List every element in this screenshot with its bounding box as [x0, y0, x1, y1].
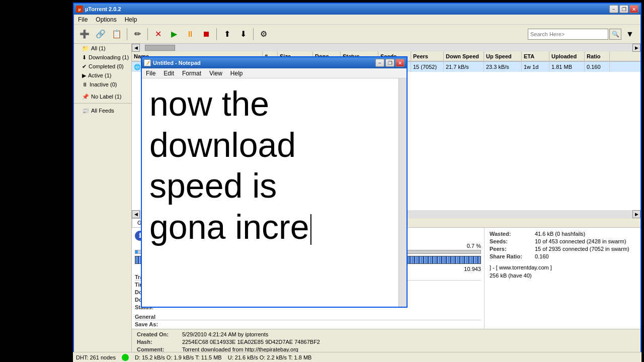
- notepad-window: 📝 Untitled - Notepad − ❐ ✕ File Edit For…: [141, 56, 408, 308]
- notepad-text-area[interactable]: now the download speed is gona incre: [142, 78, 407, 252]
- torrent-cell-up: 23.3 kB/s: [484, 62, 522, 72]
- sidebar-label-inactive: Inactive (0): [90, 81, 117, 87]
- search-input[interactable]: [528, 29, 608, 40]
- connection-indicator: [122, 354, 129, 361]
- sidebar-label-nolabel: No Label (1): [91, 94, 122, 100]
- notepad-restore-button[interactable]: ❐: [385, 59, 394, 67]
- seeds-value: 10 of 453 connected (2428 in swarm): [535, 238, 626, 244]
- hscroll-left[interactable]: ◀: [132, 210, 140, 218]
- sidebar: 📁 All (1) ⬇ Downloading (1) ✔ Completed …: [74, 44, 132, 356]
- hash-value: 2254EC68 0E14933E 1EA02E85 9D42D7AE 7486…: [182, 339, 320, 345]
- allfeeds-icon: 📰: [82, 108, 89, 114]
- wasted-value: 41.6 kB (0 hashfails): [535, 231, 585, 237]
- completed-icon: ✔: [82, 63, 87, 70]
- add-url-button[interactable]: 🔗: [93, 27, 108, 42]
- col-header-peers[interactable]: Peers: [411, 52, 444, 61]
- minimize-button[interactable]: −: [609, 5, 618, 13]
- inactive-icon: ⏸: [82, 81, 88, 87]
- torrent-cell-uploaded: 1.81 MB: [549, 62, 585, 72]
- restore-button[interactable]: ❐: [619, 5, 628, 13]
- create-torrent-button[interactable]: 📋: [109, 27, 124, 42]
- detail-row-seeds: Seeds: 10 of 453 connected (2428 in swar…: [490, 238, 635, 244]
- peers-value: 15 of 2935 connected (7052 in swarm): [535, 246, 629, 252]
- notepad-menu-format[interactable]: Format: [180, 69, 203, 77]
- notepad-line-1: now the: [149, 83, 399, 125]
- notepad-line-3: speed is: [149, 165, 399, 207]
- toolbar-separator-1: [127, 28, 127, 40]
- torrent-status-icon: 🌐: [134, 64, 141, 70]
- down-priority-button[interactable]: ⬇: [235, 27, 251, 42]
- search-options-button[interactable]: ▼: [622, 27, 637, 42]
- notepad-close-button[interactable]: ✕: [395, 59, 405, 67]
- detail-row-saveas: Save As:: [135, 321, 481, 327]
- col-header-eta[interactable]: ETA: [522, 52, 549, 61]
- shareratio-label: Share Ratio:: [490, 253, 535, 259]
- notepad-title-buttons: − ❐ ✕: [375, 59, 405, 67]
- notepad-title-left: 📝 Untitled - Notepad: [144, 59, 201, 66]
- notepad-title-bar: 📝 Untitled - Notepad − ❐ ✕: [142, 57, 407, 68]
- stop-button[interactable]: ⏹: [199, 27, 214, 42]
- notepad-title-text: Untitled - Notepad: [153, 60, 201, 66]
- toolbar-separator-2: [147, 28, 148, 40]
- status-bar: DHT: 261 nodes D: 15.2 kB/s O: 1.9 kB/s …: [73, 352, 641, 362]
- rss-button[interactable]: ⚙: [256, 27, 271, 42]
- menu-file[interactable]: File: [76, 16, 90, 24]
- sidebar-item-nolabel[interactable]: 📌 No Label (1): [74, 92, 131, 101]
- torrent-cell-eta: 1w 1d: [522, 62, 549, 72]
- col-header-up[interactable]: Up Speed: [484, 52, 522, 61]
- close-button[interactable]: ✕: [629, 5, 638, 13]
- created-on-row: Created On: 5/29/2010 4:21:24 AM by ipto…: [137, 331, 635, 337]
- toolbar-separator-3: [216, 28, 217, 40]
- shareratio-value: 0.160: [535, 253, 549, 259]
- download-status: D: 15.2 kB/s O: 1.9 kB/s T: 11.5 MB: [135, 354, 222, 360]
- notepad-menu-view[interactable]: View: [207, 69, 224, 77]
- add-torrent-button[interactable]: ➕: [77, 27, 92, 42]
- scroll-left-arrow[interactable]: ◀: [132, 44, 140, 52]
- torrent-cell-ratio: 0.160: [585, 62, 610, 72]
- start-button[interactable]: ▶: [167, 27, 182, 42]
- col-header-down[interactable]: Down Speed: [444, 52, 484, 61]
- progress-bar-inner: [135, 250, 138, 253]
- notepad-menu-edit[interactable]: Edit: [162, 69, 176, 77]
- h-scroll-thumb: [145, 45, 175, 51]
- torrent-cell-down: 21.7 kB/s: [444, 62, 484, 72]
- menu-help[interactable]: Help: [123, 16, 139, 24]
- sidebar-item-all[interactable]: 📁 All (1): [74, 44, 131, 53]
- progress-percent: 0.7 %: [467, 243, 481, 249]
- up-priority-button[interactable]: ⬆: [219, 27, 234, 42]
- notepad-line-4: gona incre: [149, 207, 399, 248]
- notepad-menu-file[interactable]: File: [144, 69, 157, 77]
- downloading-icon: ⬇: [82, 54, 87, 61]
- saveas-label: Save As:: [135, 321, 180, 327]
- notepad-scrollbar-vertical[interactable]: [398, 78, 407, 307]
- sidebar-label-active: Active (1): [88, 72, 111, 78]
- scroll-right-arrow[interactable]: ▶: [632, 44, 640, 52]
- sidebar-item-inactive[interactable]: ⏸ Inactive (0): [74, 80, 131, 89]
- wasted-label: Wasted:: [490, 231, 535, 237]
- sidebar-item-active[interactable]: ▶ Active (1): [74, 71, 131, 80]
- hscroll-right[interactable]: ▶: [632, 210, 640, 218]
- col-header-ratio[interactable]: Ratio: [585, 52, 610, 61]
- preferences-button[interactable]: ✏: [130, 27, 145, 42]
- menu-options[interactable]: Options: [94, 16, 118, 24]
- nolabel-icon: 📌: [82, 94, 89, 100]
- sidebar-item-allfeeds[interactable]: 📰 All Feeds: [74, 106, 131, 115]
- detail-row-wasted: Wasted: 41.6 kB (0 hashfails): [490, 231, 635, 237]
- app-icon: µ: [76, 6, 83, 13]
- notepad-icon: 📝: [144, 59, 151, 66]
- notepad-menu-help[interactable]: Help: [228, 69, 245, 77]
- notepad-content[interactable]: now the download speed is gona incre: [142, 78, 407, 307]
- pieces-line: 256 kB (have 40): [490, 273, 635, 279]
- col-header-uploaded[interactable]: Uploaded: [549, 52, 585, 61]
- remove-button[interactable]: ✕: [150, 27, 166, 42]
- seeds-label: Seeds:: [490, 238, 535, 244]
- search-button[interactable]: 🔍: [609, 29, 621, 40]
- pause-button[interactable]: ⏸: [183, 27, 198, 42]
- notepad-minimize-button[interactable]: −: [375, 59, 384, 67]
- tracker-line: ] - [ www.torrentday.com ]: [490, 264, 635, 270]
- title-bar: µ µTorrent 2.0.2 − ❐ ✕: [74, 4, 640, 15]
- h-scroll-track[interactable]: [140, 44, 632, 52]
- sidebar-item-downloading[interactable]: ⬇ Downloading (1): [74, 53, 131, 62]
- top-scroll-area: ◀ ▶: [132, 44, 640, 52]
- sidebar-item-completed[interactable]: ✔ Completed (0): [74, 62, 131, 71]
